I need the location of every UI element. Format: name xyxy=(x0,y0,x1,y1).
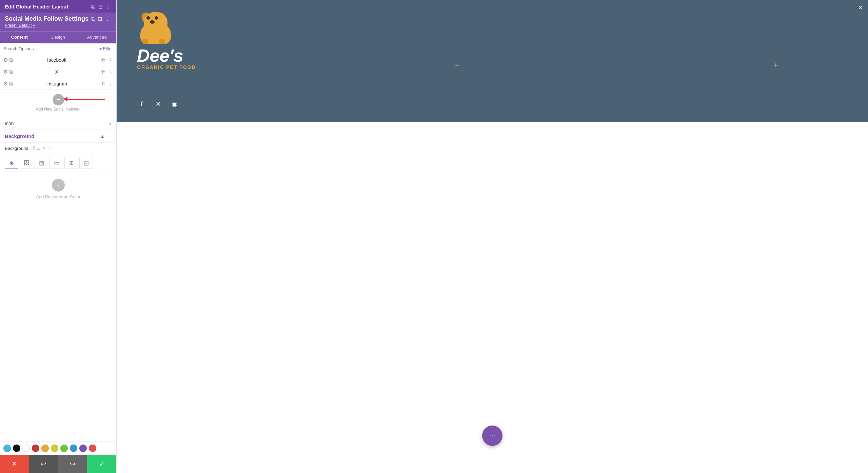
add-social-label: Add New Social Network xyxy=(36,107,80,112)
add-background-color-section: + Add Background Color xyxy=(0,172,116,205)
preview-plus-right[interactable]: + xyxy=(773,61,778,70)
x-more-icon[interactable]: ⋮ xyxy=(108,69,113,75)
x-copy-icon[interactable]: ⧉ xyxy=(9,69,13,75)
color-swatches-row xyxy=(0,441,116,455)
instagram-label: instagram xyxy=(15,81,99,86)
dog-paw-right xyxy=(159,39,165,44)
bg-video-button[interactable]: ▭ xyxy=(50,157,63,169)
panel-tabs: Content Design Advanced xyxy=(0,31,116,43)
facebook-more-icon[interactable]: ⋮ xyxy=(108,57,113,63)
background-cursor-icon[interactable]: ↖ xyxy=(42,145,46,151)
swatch-crimson[interactable] xyxy=(89,445,96,452)
icon-chevron-down-icon: ▾ xyxy=(109,121,112,126)
background-header: Background ▲ ⋮ xyxy=(0,130,116,143)
search-bar: + Filter xyxy=(0,43,116,54)
background-title: Background xyxy=(5,133,35,139)
x-item-icons: ⚙ ⧉ xyxy=(3,69,13,75)
swatch-white[interactable] xyxy=(22,445,30,452)
bg-gradient-button[interactable]: ▧ xyxy=(35,157,48,169)
instagram-item-icons: ⚙ ⧉ xyxy=(3,81,13,87)
add-background-color-button[interactable]: + xyxy=(52,179,65,192)
preview-logo: Dee's Organic Pet Food xyxy=(137,10,196,70)
bottom-toolbar: ✕ ↩ ↪ ✓ xyxy=(0,455,116,473)
close-button[interactable]: × xyxy=(858,3,863,12)
add-social-network-button[interactable]: + xyxy=(53,94,64,105)
cancel-button[interactable]: ✕ xyxy=(0,455,29,473)
preview-instagram-icon[interactable]: ◉ xyxy=(170,99,179,109)
dog-paw-left xyxy=(142,39,148,44)
instagram-copy-icon[interactable]: ⧉ xyxy=(9,81,13,87)
panel-subheader-title: Social Media Follow Settings ⧉ ⊡ ⋮ xyxy=(5,15,112,22)
tab-advanced[interactable]: Advanced xyxy=(78,32,116,43)
background-collapse-icon[interactable]: ▲ xyxy=(100,134,105,139)
background-type-buttons: ◈ 🖼 ▧ ▭ ⊞ ◱ xyxy=(0,154,116,172)
preview-facebook-icon[interactable]: 𝐟 xyxy=(137,99,146,109)
bg-pattern-button[interactable]: ⊞ xyxy=(64,157,78,169)
tab-design[interactable]: Design xyxy=(39,32,77,43)
x-delete-icon[interactable]: 🗑 xyxy=(101,69,106,75)
subheader-title-text: Social Media Follow Settings xyxy=(5,15,88,22)
facebook-copy-icon[interactable]: ⧉ xyxy=(9,57,13,63)
filter-button[interactable]: + Filter xyxy=(99,46,113,51)
swatch-yellow[interactable] xyxy=(51,445,58,452)
panel-subheader: Social Media Follow Settings ⧉ ⊡ ⋮ Prese… xyxy=(0,13,116,31)
instagram-actions: 🗑 ⋮ xyxy=(101,81,113,87)
background-more2-icon[interactable]: ⋮ xyxy=(47,145,52,151)
more-icon[interactable]: ⋮ xyxy=(106,3,112,10)
dog-eye-right xyxy=(155,16,158,20)
swatch-green[interactable] xyxy=(60,445,68,452)
preset-row: Preset: Default ▾ xyxy=(5,23,112,28)
more-module-button[interactable]: ⋮ xyxy=(105,16,110,22)
arrow-line xyxy=(67,99,105,100)
icon-section[interactable]: Icon ▾ xyxy=(0,117,116,130)
save-button[interactable]: ✓ xyxy=(87,455,116,473)
facebook-item-icons: ⚙ ⧉ xyxy=(3,57,13,63)
bg-image-button[interactable]: 🖼 xyxy=(20,157,33,169)
preview-content: ··· xyxy=(117,122,868,473)
logo-text-dees: Dee's xyxy=(137,47,196,64)
bg-mask-button[interactable]: ◱ xyxy=(79,157,93,169)
swatch-black[interactable] xyxy=(13,445,20,452)
swatch-blue[interactable] xyxy=(70,445,77,452)
swatch-red[interactable] xyxy=(32,445,39,452)
copy-icon[interactable]: ⧉ xyxy=(91,4,95,10)
background-section: Background ▲ ⋮ Background ? ▭ ↖ ⋮ ◈ xyxy=(0,130,116,205)
resize-module-button[interactable]: ⊡ xyxy=(98,16,102,22)
instagram-delete-icon[interactable]: 🗑 xyxy=(101,81,106,87)
panel-header: Edit Global Header Layout ⧉ ⊡ ⋮ xyxy=(0,0,116,13)
facebook-settings-icon[interactable]: ⚙ xyxy=(3,57,8,63)
resize-icon[interactable]: ⊡ xyxy=(98,3,103,10)
preset-arrow[interactable]: ▾ xyxy=(33,23,35,28)
preview-x-icon[interactable]: ✕ xyxy=(153,99,163,109)
left-panel: Edit Global Header Layout ⧉ ⊡ ⋮ Social M… xyxy=(0,0,117,473)
background-label: Background xyxy=(5,146,28,151)
background-desktop-icon[interactable]: ▭ xyxy=(36,145,41,151)
dog-nose xyxy=(150,20,155,24)
preview-plus-left[interactable]: + xyxy=(455,61,459,70)
add-social-section: + Add New Social Network xyxy=(0,90,116,117)
logo-icon xyxy=(137,10,178,44)
swatch-pencil[interactable] xyxy=(3,445,11,452)
logo-text-area: Dee's Organic Pet Food xyxy=(137,47,196,70)
floating-more-button[interactable]: ··· xyxy=(482,426,502,446)
preset-label: Preset: Default xyxy=(5,23,32,28)
swatch-purple[interactable] xyxy=(79,445,87,452)
copy-module-button[interactable]: ⧉ xyxy=(91,16,95,22)
undo-button[interactable]: ↩ xyxy=(29,455,58,473)
swatch-orange[interactable] xyxy=(41,445,49,452)
search-input[interactable] xyxy=(3,46,99,51)
background-help-icon[interactable]: ? xyxy=(32,145,35,151)
bg-color-button[interactable]: ◈ xyxy=(5,157,18,169)
red-arrow xyxy=(64,97,105,101)
background-more-icon[interactable]: ⋮ xyxy=(107,134,112,139)
add-background-color-label: Add Background Color xyxy=(36,194,80,199)
social-item-instagram: ⚙ ⧉ instagram 🗑 ⋮ xyxy=(0,78,116,90)
instagram-more-icon[interactable]: ⋮ xyxy=(108,81,113,87)
tab-content[interactable]: Content xyxy=(0,32,39,43)
x-settings-icon[interactable]: ⚙ xyxy=(3,69,8,75)
facebook-delete-icon[interactable]: 🗑 xyxy=(101,57,106,63)
instagram-settings-icon[interactable]: ⚙ xyxy=(3,81,8,87)
logo-text-sub: Organic Pet Food xyxy=(137,64,196,70)
redo-button[interactable]: ↪ xyxy=(58,455,87,473)
background-header-left: Background xyxy=(5,133,35,139)
